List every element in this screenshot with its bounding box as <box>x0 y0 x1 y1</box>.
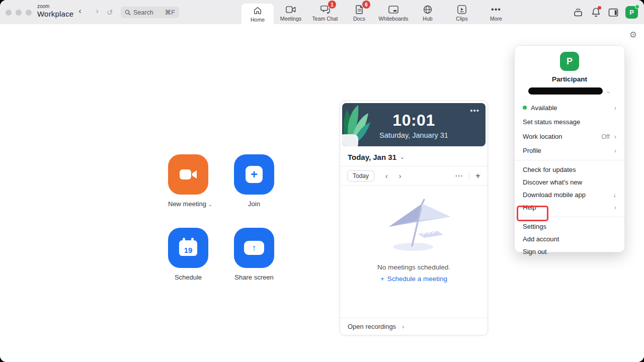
redacted-email <box>528 87 603 95</box>
menu-avatar: P <box>560 52 579 71</box>
window-controls[interactable] <box>6 10 32 16</box>
work-location-chevron-icon: › <box>614 133 616 140</box>
menu-item-discover[interactable]: Discover what's new <box>515 176 624 189</box>
menu-item-work-location[interactable]: Work location Off › <box>515 129 624 144</box>
home-icon <box>253 6 262 16</box>
tab-meetings-label: Meetings <box>280 16 302 22</box>
join-tile[interactable]: + Join <box>234 154 274 208</box>
user-name: Participant <box>515 75 624 83</box>
new-meeting-button[interactable] <box>168 154 208 195</box>
recordings-chevron-icon: › <box>402 323 404 330</box>
share-screen-button[interactable]: ↑ <box>234 228 274 268</box>
calendar-panel-button[interactable] <box>608 7 619 18</box>
user-email-row[interactable]: ⌄ <box>515 87 624 95</box>
zoom-window-button[interactable] <box>26 10 32 16</box>
pair-device-button[interactable] <box>573 7 584 18</box>
tab-clips[interactable]: Clips <box>445 0 479 24</box>
history-icon[interactable]: ↺ <box>107 8 113 17</box>
schedule-tile[interactable]: 19 Schedule <box>168 228 208 281</box>
status-chevron-icon: › <box>614 104 616 112</box>
docs-badge: 6 <box>362 1 370 9</box>
zoom-logo-text: zoom <box>37 4 73 9</box>
user-profile-menu: P Participant ⌄ Available › Set status m… <box>514 45 625 252</box>
calendar-toolbar: Today ‹ › ⋯ + <box>340 166 488 186</box>
search-shortcut: ⌘F <box>165 9 175 16</box>
avatar-initial: P <box>629 9 634 16</box>
tab-home[interactable]: Home <box>242 4 274 24</box>
share-screen-label: Share screen <box>234 274 274 281</box>
tab-whiteboards[interactable]: Whiteboards <box>376 0 411 24</box>
tab-home-label: Home <box>251 17 265 23</box>
work-location-value: Off <box>601 133 609 140</box>
share-screen-tile[interactable]: ↑ Share screen <box>234 228 274 281</box>
menu-item-download-app[interactable]: Download mobile app ↓ <box>515 189 624 201</box>
tab-meetings[interactable]: Meetings <box>274 0 308 24</box>
menu-item-add-account[interactable]: Add account <box>515 233 624 245</box>
help-chevron-icon: › <box>614 204 616 211</box>
meetings-icon <box>286 5 296 15</box>
join-plus-icon: + <box>246 166 263 183</box>
forward-button[interactable]: › <box>92 6 103 16</box>
clips-icon <box>457 5 466 15</box>
email-chevron-icon[interactable]: ⌄ <box>606 88 610 95</box>
today-button[interactable]: Today <box>347 170 374 182</box>
no-meetings-area: No meetings scheduled. + Schedule a meet… <box>340 186 488 319</box>
banner-more-icon[interactable]: ••• <box>470 106 479 115</box>
notification-dot <box>598 6 601 10</box>
download-icon: ↓ <box>613 191 617 199</box>
menu-divider <box>515 160 624 160</box>
team-chat-badge: 1 <box>328 1 336 9</box>
menu-item-set-status-message[interactable]: Set status message <box>515 115 624 129</box>
close-window-button[interactable] <box>6 10 12 16</box>
day-header[interactable]: Today, Jan 31 ⌄ <box>340 148 488 166</box>
back-button[interactable]: ‹ <box>74 6 86 16</box>
home-content: ⚙ New meeting ⌄ + Join <box>0 24 644 362</box>
pair-device-icon <box>573 7 583 17</box>
tab-hub-label: Hub <box>423 16 432 22</box>
join-label: Join <box>234 200 274 208</box>
clock-banner: ••• 10:01 Saturday, January 31 <box>342 103 486 146</box>
day-header-chevron-icon: ⌄ <box>400 154 404 160</box>
menu-item-sign-out[interactable]: Sign out <box>515 245 624 258</box>
top-right-icons: P <box>573 0 638 24</box>
minimize-window-button[interactable] <box>16 10 22 16</box>
menu-item-status[interactable]: Available › <box>515 101 624 115</box>
calendar-card: ••• 10:01 Saturday, January 31 Today, Ja… <box>340 101 488 335</box>
open-recordings-row[interactable]: Open recordings › <box>340 318 488 335</box>
schedule-meeting-link[interactable]: + Schedule a meeting <box>380 275 447 283</box>
title-bar: zoom Workplace ‹ › ↺ Search ⌘F Home <box>0 0 644 24</box>
schedule-button[interactable]: 19 <box>168 228 208 268</box>
menu-item-settings[interactable]: Settings <box>515 220 624 233</box>
tab-docs-label: Docs <box>353 16 365 22</box>
profile-avatar-button[interactable]: P <box>625 6 638 19</box>
docs-icon <box>356 5 363 15</box>
plant-illustration <box>342 103 371 146</box>
home-settings-gear-icon[interactable]: ⚙ <box>629 30 637 40</box>
search-icon <box>125 10 131 16</box>
tab-more[interactable]: ••• More <box>479 0 513 24</box>
new-meeting-chevron-icon[interactable]: ⌄ <box>208 202 212 207</box>
available-status-dot <box>523 106 527 110</box>
add-meeting-icon[interactable]: + <box>475 171 480 181</box>
tab-docs[interactable]: 6 Docs <box>342 0 376 24</box>
day-header-label: Today, Jan 31 <box>348 153 396 161</box>
tab-clips-label: Clips <box>456 16 467 22</box>
prev-day-button[interactable]: ‹ <box>385 172 388 180</box>
search-input[interactable]: Search ⌘F <box>121 7 179 18</box>
join-button[interactable]: + <box>234 154 274 195</box>
tab-team-chat[interactable]: 1 Team Chat <box>308 0 342 24</box>
presence-dot <box>635 5 639 9</box>
calendar-more-icon[interactable]: ⋯ <box>455 171 463 180</box>
tab-team-chat-label: Team Chat <box>312 16 338 22</box>
new-meeting-label: New meeting ⌄ <box>168 200 208 208</box>
tab-hub[interactable]: Hub <box>411 0 445 24</box>
notifications-button[interactable] <box>590 7 601 18</box>
calendar-panel-icon <box>608 8 618 17</box>
menu-item-help[interactable]: Help › <box>515 201 624 214</box>
next-day-button[interactable]: › <box>399 172 401 180</box>
menu-item-profile[interactable]: Profile › <box>515 144 624 157</box>
calendar-icon: 19 <box>179 240 197 256</box>
workplace-logo-text: Workplace <box>37 10 73 18</box>
new-meeting-tile[interactable]: New meeting ⌄ <box>168 154 208 208</box>
menu-item-check-updates[interactable]: Check for updates <box>515 163 624 176</box>
